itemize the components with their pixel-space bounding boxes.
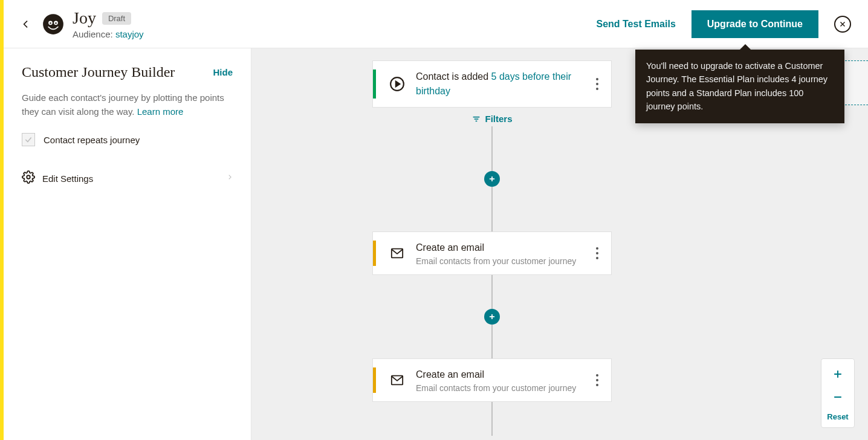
tooltip-text: You'll need to upgrade to activate a Cus… [646,61,828,111]
mailchimp-logo [42,13,64,35]
trigger-title: Contact is added 5 days before their bir… [416,70,592,99]
add-step-button[interactable] [484,171,500,187]
back-button[interactable] [21,19,31,30]
gear-icon [22,170,35,186]
hide-sidebar-link[interactable]: Hide [213,67,233,77]
email-step[interactable]: Create an email Email contacts from your… [372,231,612,275]
play-icon [386,73,409,95]
upgrade-tooltip: You'll need to upgrade to activate a Cus… [635,50,844,123]
step-menu-button[interactable] [592,374,603,386]
svg-marker-9 [396,82,400,87]
edit-settings-label: Edit Settings [42,173,219,184]
connector-line [491,402,493,436]
learn-more-link[interactable]: Learn more [137,106,184,117]
email-step-title: Create an email [416,367,592,382]
accent-bar [373,241,376,266]
email-step-subtitle: Email contacts from your customer journe… [416,383,592,393]
journey-title: Joy [73,8,96,28]
svg-point-0 [43,14,63,34]
app-header: Joy Draft Audience: stayjoy Send Test Em… [4,0,868,48]
email-step-subtitle: Email contacts from your customer journe… [416,256,592,266]
audience-link[interactable]: stayjoy [115,29,144,39]
connector-line [491,325,493,358]
zoom-in-button[interactable] [821,363,854,386]
close-button[interactable] [834,16,851,33]
journey-flow: Contact is added 5 days before their bir… [371,60,613,436]
edit-settings-row[interactable]: Edit Settings [22,167,233,190]
connector-line [491,275,493,309]
repeat-journey-label: Contact repeats journey [44,135,140,145]
zoom-reset-button[interactable]: Reset [827,409,848,424]
email-step-title: Create an email [416,241,592,255]
zoom-controls: Reset [821,358,855,428]
svg-point-7 [27,175,30,179]
sidebar-description: Guide each contact's journey by plotting… [22,91,233,118]
svg-point-4 [55,22,56,24]
sidebar-heading: Customer Journey Builder [22,64,175,80]
filters-link[interactable]: Filters [471,114,512,124]
audience-row: Audience: stayjoy [73,29,144,39]
email-step[interactable]: Create an email Email contacts from your… [372,358,612,402]
connector-line [491,126,493,171]
step-menu-button[interactable] [592,247,603,259]
zoom-out-button[interactable] [821,386,854,409]
step-menu-button[interactable] [592,78,603,90]
audience-label: Audience: [73,29,113,39]
envelope-icon [386,242,409,265]
trigger-step[interactable]: Contact is added 5 days before their bir… [372,60,612,108]
send-test-emails-link[interactable]: Send Test Emails [596,19,675,30]
chevron-right-icon [227,173,233,184]
status-badge: Draft [102,12,131,25]
add-step-button[interactable] [484,309,500,325]
upgrade-button[interactable]: Upgrade to Continue [691,10,818,38]
envelope-icon [386,369,409,392]
repeat-journey-checkbox[interactable] [22,133,35,146]
sidebar: Customer Journey Builder Hide Guide each… [4,48,251,440]
accent-bar [373,367,376,393]
accent-bar [373,70,376,99]
connector-line [491,187,493,231]
svg-point-3 [50,22,51,24]
